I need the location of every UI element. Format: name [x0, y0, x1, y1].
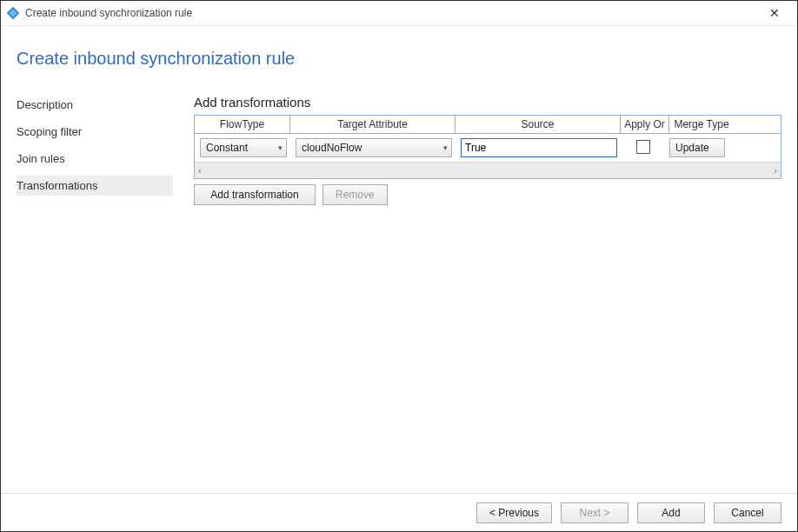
scroll-left-icon[interactable]: ‹ — [198, 165, 202, 176]
section-title: Add transformations — [194, 95, 781, 110]
remove-button[interactable]: Remove — [323, 184, 388, 205]
app-icon — [6, 6, 20, 20]
previous-button[interactable]: < Previous — [476, 502, 552, 523]
col-target-attribute: Target Attribute — [290, 116, 456, 133]
grid-header: FlowType Target Attribute Source Apply O… — [195, 116, 781, 134]
col-flowtype: FlowType — [195, 116, 290, 133]
grid-scrollbar[interactable]: ‹ › — [195, 162, 781, 178]
merge-type-value: Update — [675, 142, 709, 154]
body: Create inbound synchronization rule Desc… — [1, 26, 797, 493]
main-panel: Add transformations FlowType Target Attr… — [194, 95, 781, 493]
close-button[interactable]: ✕ — [757, 1, 792, 25]
apply-once-checkbox[interactable] — [636, 140, 650, 154]
content-row: Description Scoping filter Join rules Tr… — [17, 95, 781, 493]
source-input[interactable] — [461, 138, 617, 157]
titlebar: Create inbound synchronization rule ✕ — [1, 1, 797, 26]
grid-body: Constant ▾ cloudNoFlow ▾ — [195, 134, 781, 162]
page-heading: Create inbound synchronization rule — [17, 49, 781, 69]
chevron-down-icon: ▾ — [443, 143, 448, 152]
add-button[interactable]: Add — [637, 502, 705, 523]
col-merge-type: Merge Type — [669, 116, 734, 133]
target-attribute-combo[interactable]: cloudNoFlow ▾ — [296, 138, 452, 157]
flowtype-combo[interactable]: Constant ▾ — [200, 138, 287, 157]
nav-scoping-filter[interactable]: Scoping filter — [17, 122, 173, 142]
col-apply-once: Apply Or — [621, 116, 669, 133]
nav-join-rules[interactable]: Join rules — [17, 149, 173, 169]
nav-transformations[interactable]: Transformations — [17, 176, 173, 196]
flowtype-value: Constant — [206, 142, 248, 154]
apply-once-cell — [626, 140, 661, 156]
footer: < Previous Next > Add Cancel — [1, 493, 797, 531]
next-button[interactable]: Next > — [561, 502, 628, 523]
transformations-grid: FlowType Target Attribute Source Apply O… — [194, 115, 781, 179]
grid-toolbar: Add transformation Remove — [194, 184, 781, 205]
target-attribute-value: cloudNoFlow — [302, 142, 362, 154]
merge-type-combo[interactable]: Update — [669, 138, 725, 157]
cancel-button[interactable]: Cancel — [714, 502, 781, 523]
transformation-row: Constant ▾ cloudNoFlow ▾ — [200, 138, 775, 157]
dialog-window: Create inbound synchronization rule ✕ Cr… — [0, 0, 798, 532]
source-cell — [461, 138, 617, 157]
col-source: Source — [456, 116, 621, 133]
nav-description[interactable]: Description — [17, 95, 173, 115]
wizard-nav: Description Scoping filter Join rules Tr… — [17, 95, 173, 493]
scroll-right-icon[interactable]: › — [774, 165, 777, 176]
window-title: Create inbound synchronization rule — [25, 7, 757, 19]
chevron-down-icon: ▾ — [278, 143, 283, 152]
add-transformation-button[interactable]: Add transformation — [194, 184, 316, 205]
